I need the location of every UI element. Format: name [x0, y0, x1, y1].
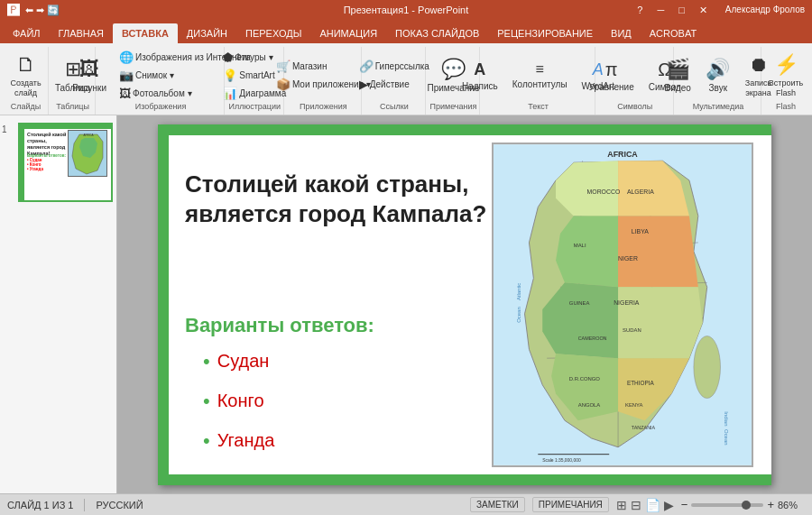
svg-text:MALI: MALI — [574, 242, 586, 247]
hyperlink-icon: 🔗 — [359, 60, 374, 73]
window-title: Презентация1 - PowerPoint — [344, 5, 469, 15]
main-area: 1 Столицей какой страны,является город К… — [0, 115, 812, 493]
zoom-in-button[interactable]: + — [767, 498, 774, 511]
svg-text:LIBYA: LIBYA — [632, 228, 649, 235]
user-name: Александр Фролов — [725, 5, 805, 16]
audio-icon: 🔊 — [706, 58, 730, 81]
zoom-controls: − + 86% — [681, 498, 805, 511]
zoom-level: 86% — [778, 500, 805, 510]
bullet-2: • — [203, 390, 210, 413]
ribbon-group-media: 🎬 Видео 🔊 Звук ⏺ Записьэкрана Мультимеди… — [676, 47, 761, 115]
zoom-thumb — [742, 501, 751, 510]
svg-text:MOROCCO: MOROCCO — [587, 188, 621, 194]
tab-view[interactable]: ВИД — [602, 23, 641, 43]
shapes-icon: ⬟ — [223, 51, 233, 64]
video-button[interactable]: 🎬 Видео — [660, 55, 697, 96]
language-label: РУССКИЙ — [96, 500, 143, 510]
svg-text:D.R.CONGO: D.R.CONGO — [569, 375, 601, 381]
ribbon: 🗋 Создатьслайд Слайды ⊞ Таблица Таблицы … — [0, 43, 812, 115]
flash-group-label: Flash — [776, 102, 796, 113]
pictures-button[interactable]: 🖼 Рисунки — [67, 55, 112, 96]
video-icon: 🎬 — [666, 58, 690, 81]
help-button[interactable]: ? — [633, 5, 646, 16]
equation-icon: π — [605, 60, 618, 80]
ribbon-group-apps: 🛒 Магазин 📦 Мои приложения ▾ Приложения — [286, 47, 362, 115]
tab-design[interactable]: ДИЗАЙН — [178, 23, 236, 43]
flash-button[interactable]: ⚡ ВстроитьFlash — [763, 51, 808, 101]
tab-animations[interactable]: АНИМАЦИЯ — [310, 23, 386, 43]
svg-text:NIGERIA: NIGERIA — [614, 299, 640, 306]
pictures-icon: 🖼 — [79, 58, 99, 81]
header-footer-icon: ≡ — [535, 61, 543, 78]
svg-text:SUDAN: SUDAN — [623, 326, 641, 332]
minimize-button[interactable]: ─ — [653, 5, 668, 16]
answer-text-1: Судан — [217, 351, 270, 372]
textbox-icon: A — [474, 60, 485, 79]
create-slide-button[interactable]: 🗋 Создатьслайд — [5, 51, 46, 101]
slide-left-decoration — [158, 124, 169, 485]
svg-text:GUINEA: GUINEA — [569, 300, 590, 306]
tab-home[interactable]: ГЛАВНАЯ — [50, 23, 113, 43]
answer-item-2: • Конго — [203, 390, 274, 413]
normal-view-icon[interactable]: ⊞ — [616, 498, 627, 512]
svg-text:AFRICA: AFRICA — [607, 150, 638, 159]
flash-icon: ⚡ — [774, 53, 798, 77]
screenshot-icon: 📷 — [119, 69, 134, 82]
svg-text:Atlantic: Atlantic — [516, 282, 521, 299]
close-button[interactable]: ✕ — [696, 5, 711, 16]
online-icon: 🌐 — [119, 51, 134, 64]
store-icon: 🛒 — [276, 60, 291, 73]
slide-thumbnail[interactable]: Столицей какой страны,является город Кам… — [18, 123, 113, 202]
status-bar: СЛАЙД 1 ИЗ 1 РУССКИЙ ЗАМЕТКИ ПРИМЕЧАНИЯ … — [0, 493, 812, 515]
slide-number: 1 — [2, 124, 7, 134]
tab-insert[interactable]: ВСТАВКА — [113, 23, 178, 43]
photoalbum-icon: 🖼 — [119, 87, 131, 100]
new-slide-icon: 🗋 — [16, 53, 36, 77]
tab-acrobat[interactable]: ACROBAT — [641, 23, 706, 43]
svg-text:ANGOLA: ANGOLA — [578, 402, 601, 408]
zoom-slider[interactable] — [691, 503, 763, 507]
slide-canvas[interactable]: Столицей какой страны,является город Кам… — [158, 124, 771, 485]
tab-review[interactable]: РЕЦЕНЗИРОВАНИЕ — [488, 23, 602, 43]
slides-panel: 1 Столицей какой страны,является город К… — [0, 115, 117, 493]
media-group-label: Мультимедиа — [693, 102, 744, 113]
reading-view-icon[interactable]: 📄 — [645, 498, 660, 512]
svg-text:TANZANIA: TANZANIA — [632, 425, 656, 430]
slide-info: СЛАЙД 1 ИЗ 1 — [7, 500, 73, 510]
textbox-button[interactable]: A Надпись — [457, 58, 503, 94]
comments-group-label: Примечания — [429, 102, 476, 113]
maximize-button[interactable]: □ — [675, 5, 688, 16]
svg-text:AFRICA: AFRICA — [83, 133, 93, 137]
svg-marker-18 — [618, 216, 698, 287]
my-apps-icon: 📦 — [276, 78, 291, 91]
tab-transitions[interactable]: ПЕРЕХОДЫ — [236, 23, 310, 43]
ribbon-group-images: 🖼 Рисунки 🌐 Изображения из Интернета 📷 С… — [97, 47, 225, 115]
canvas-area: Столицей какой страны,является город Кам… — [117, 115, 812, 493]
answer-text-2: Конго — [217, 391, 264, 411]
sorter-view-icon[interactable]: ⊟ — [631, 498, 641, 512]
illustrations-group-label: Иллюстрации — [229, 102, 281, 113]
comments-button[interactable]: ПРИМЕЧАНИЯ — [532, 497, 609, 512]
svg-text:KENYA: KENYA — [625, 402, 643, 408]
svg-text:CAMEROON: CAMEROON — [578, 336, 607, 341]
header-footer-button[interactable]: ≡ Колонтитулы — [507, 59, 573, 92]
slide-answers-header: Варианты ответов: — [185, 314, 374, 337]
equation-button[interactable]: π Уравнение — [584, 57, 640, 95]
zoom-out-button[interactable]: − — [681, 498, 688, 511]
view-icons: ⊞ ⊟ 📄 ▶ — [616, 498, 674, 512]
svg-text:NIGER: NIGER — [618, 254, 638, 261]
notes-button[interactable]: ЗАМЕТКИ — [470, 497, 525, 512]
images-group-label: Изображения — [135, 102, 187, 113]
slide-bottom-decoration — [158, 474, 771, 485]
audio-button[interactable]: 🔊 Звук — [700, 55, 736, 96]
ribbon-group-text: A Надпись ≡ Колонтитулы A WordArt Текст — [482, 47, 595, 115]
ribbon-group-slides: 🗋 Создатьслайд Слайды — [4, 47, 49, 115]
tab-file[interactable]: ФАЙЛ — [4, 23, 50, 43]
svg-text:ALGERIA: ALGERIA — [627, 188, 654, 194]
svg-text:Ocean: Ocean — [724, 429, 729, 445]
thumb-left-border — [20, 124, 24, 200]
slideshow-view-icon[interactable]: ▶ — [664, 498, 674, 512]
symbols-group-label: Символы — [617, 102, 652, 113]
tab-slideshow[interactable]: ПОКАЗ СЛАЙДОВ — [386, 23, 488, 43]
answer-text-3: Уганда — [217, 430, 275, 451]
